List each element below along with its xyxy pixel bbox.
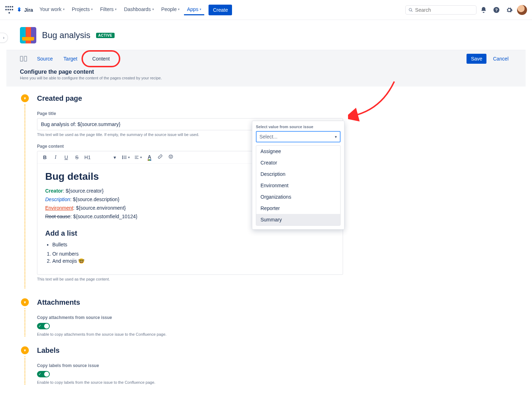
product-name: Jira <box>24 7 33 13</box>
description-bar: Configure the page content Here you will… <box>6 67 526 87</box>
search-input[interactable] <box>415 7 473 13</box>
svg-point-8 <box>122 157 123 158</box>
bold-button[interactable]: B <box>42 155 48 160</box>
bullet-list: Bullets <box>52 242 335 247</box>
popup-option-description[interactable]: Description <box>256 168 340 180</box>
check-icon: ✓ <box>38 324 41 328</box>
collapse-created-page[interactable]: ▾ <box>21 94 29 102</box>
nav-filters[interactable]: Filters▾ <box>97 4 120 15</box>
labels-label: Copy labels from source issue <box>37 363 512 368</box>
recipe-logo <box>20 27 36 43</box>
attachments-title: Attachments <box>37 298 512 307</box>
description-sub: Here you will be able to configure the c… <box>20 76 512 80</box>
labels-toggle[interactable]: ✓ <box>37 371 50 377</box>
tabs-bar: Source Target Content Save Cancel <box>6 50 526 67</box>
list-dropdown[interactable]: ▾ <box>122 155 130 160</box>
svg-line-1 <box>411 10 412 11</box>
recipe-title: Bug analysis <box>42 30 90 40</box>
top-nav: Jira Your work▾ Projects▾ Filters▾ Dashb… <box>0 0 532 20</box>
svg-point-0 <box>409 8 412 11</box>
tab-content[interactable]: Content <box>87 54 115 64</box>
text-color-button[interactable]: A <box>146 154 153 161</box>
popup-select[interactable]: Select... ▾ <box>256 131 341 142</box>
svg-point-7 <box>122 156 123 156</box>
bullet-item: Bullets <box>52 242 335 247</box>
svg-point-13 <box>169 155 173 159</box>
jira-logo[interactable]: Jira <box>16 6 33 14</box>
collapse-labels[interactable]: ▾ <box>21 346 29 354</box>
check-icon: ✓ <box>38 372 41 376</box>
save-button[interactable]: Save <box>467 54 486 64</box>
align-dropdown[interactable]: ▾ <box>134 155 142 160</box>
search-box[interactable] <box>405 5 476 15</box>
underline-button[interactable]: U <box>63 155 69 160</box>
svg-text:?: ? <box>495 7 497 12</box>
page-content-help: This text will be used as the page conte… <box>37 277 343 281</box>
popup-label: Select value from source issue <box>256 125 341 129</box>
created-page-title: Created page <box>37 94 512 103</box>
notifications-icon[interactable] <box>478 4 489 16</box>
app-switcher-icon[interactable] <box>5 6 14 14</box>
page-header: Bug analysis ACTIVE <box>6 20 526 50</box>
heading-dropdown[interactable]: H1 <box>84 155 91 160</box>
collapse-attachments[interactable]: ▾ <box>21 298 29 306</box>
layout-icon[interactable] <box>20 56 27 62</box>
section-attachments: ▾ Attachments Copy attachments from sour… <box>20 298 512 336</box>
section-labels: ▾ Labels Copy labels from source issue ✓… <box>20 346 512 384</box>
nav-items: Your work▾ Projects▾ Filters▾ Dashboards… <box>37 4 204 15</box>
popup-option-reporter[interactable]: Reporter <box>256 203 340 214</box>
labels-help: Enable to copy labels from the source is… <box>37 380 512 384</box>
svg-point-9 <box>122 158 123 159</box>
num-item-2: And emojis 🤓 <box>52 258 335 264</box>
emoji-button[interactable] <box>168 154 174 160</box>
italic-button[interactable]: I <box>52 155 59 160</box>
labels-title: Labels <box>37 346 512 355</box>
popup-select-placeholder: Select... <box>259 134 278 140</box>
nav-your-work[interactable]: Your work▾ <box>37 4 68 15</box>
svg-point-14 <box>170 156 170 156</box>
attachments-label: Copy attachments from source issue <box>37 315 512 320</box>
status-badge: ACTIVE <box>96 33 115 38</box>
settings-icon[interactable] <box>504 4 515 16</box>
help-icon[interactable]: ? <box>491 4 502 16</box>
nav-dashboards[interactable]: Dashboards▾ <box>121 4 157 15</box>
popup-option-summary[interactable]: Summary <box>256 214 340 225</box>
create-button[interactable]: Create <box>209 5 232 15</box>
strike-button[interactable]: S <box>74 155 80 160</box>
tab-target[interactable]: Target <box>63 54 78 64</box>
description-title: Configure the page content <box>20 69 512 75</box>
link-button[interactable] <box>157 154 163 160</box>
popup-menu: Assignee Creator Description Environment… <box>256 145 341 226</box>
chevron-down-icon: ▾ <box>335 135 337 139</box>
svg-point-15 <box>171 156 172 156</box>
attachments-help: Enable to copy attachments from the sour… <box>37 332 512 336</box>
numbered-list: Or numbers And emojis 🤓 <box>52 251 335 264</box>
page-title-label: Page title <box>37 111 343 116</box>
nav-people[interactable]: People▾ <box>158 4 183 15</box>
content-area: Select value from source issue Select...… <box>6 87 526 398</box>
cancel-button[interactable]: Cancel <box>489 54 512 64</box>
content-add-list: Add a list <box>45 229 335 237</box>
attachments-toggle[interactable]: ✓ <box>37 323 50 329</box>
popup-option-assignee[interactable]: Assignee <box>256 146 340 157</box>
insert-value-popup: Select value from source issue Select...… <box>252 121 344 230</box>
heading-more-dropdown[interactable]: ▾ <box>111 155 118 160</box>
avatar[interactable] <box>517 5 527 15</box>
popup-option-environment[interactable]: Environment <box>256 180 340 191</box>
tab-source[interactable]: Source <box>36 54 53 64</box>
nav-projects[interactable]: Projects▾ <box>69 4 96 15</box>
popup-option-organizations[interactable]: Organizations <box>256 191 340 203</box>
page: Bug analysis ACTIVE Source Target Conten… <box>6 20 526 398</box>
nav-apps[interactable]: Apps▾ <box>184 4 204 15</box>
popup-option-creator[interactable]: Creator <box>256 157 340 168</box>
num-item-1: Or numbers <box>52 251 335 257</box>
